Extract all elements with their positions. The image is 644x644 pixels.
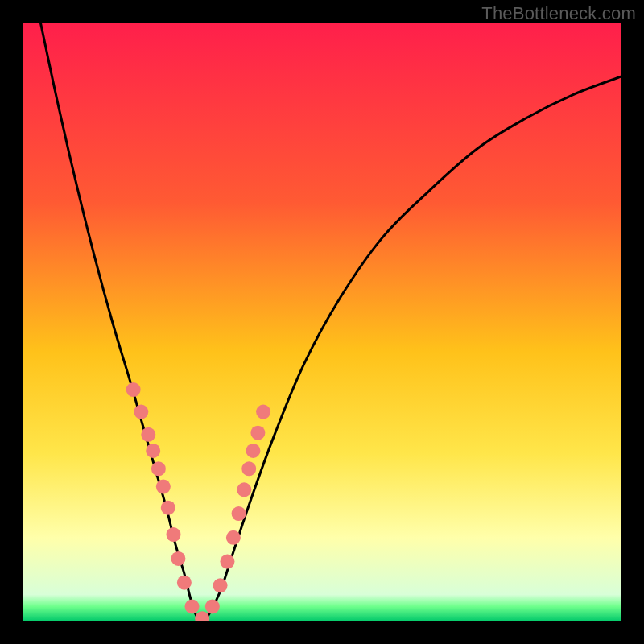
marker-dot (171, 551, 185, 566)
marker-dot (205, 599, 220, 613)
marker-dot (141, 427, 155, 442)
marker-dot (177, 576, 192, 590)
marker-dot (246, 444, 260, 458)
marker-dot (156, 480, 171, 494)
marker-dot (151, 461, 166, 476)
chart-svg (23, 23, 621, 621)
chart-frame: TheBottleneck.com (0, 0, 644, 644)
marker-dot (237, 482, 251, 497)
marker-dot (232, 506, 246, 521)
marker-dot (250, 426, 265, 440)
marker-dot (256, 405, 270, 419)
marker-dot (134, 405, 148, 419)
marker-dot (126, 382, 141, 397)
watermark-label: TheBottleneck.com (481, 3, 636, 24)
marker-dot (220, 555, 234, 569)
marker-dot (185, 599, 200, 613)
marker-dot (242, 461, 256, 476)
plot-area (23, 23, 621, 621)
marker-dot (226, 530, 241, 545)
marker-dot (146, 444, 160, 458)
marker-dot (161, 501, 175, 515)
marker-dot (213, 578, 228, 592)
marker-dot (166, 527, 180, 542)
